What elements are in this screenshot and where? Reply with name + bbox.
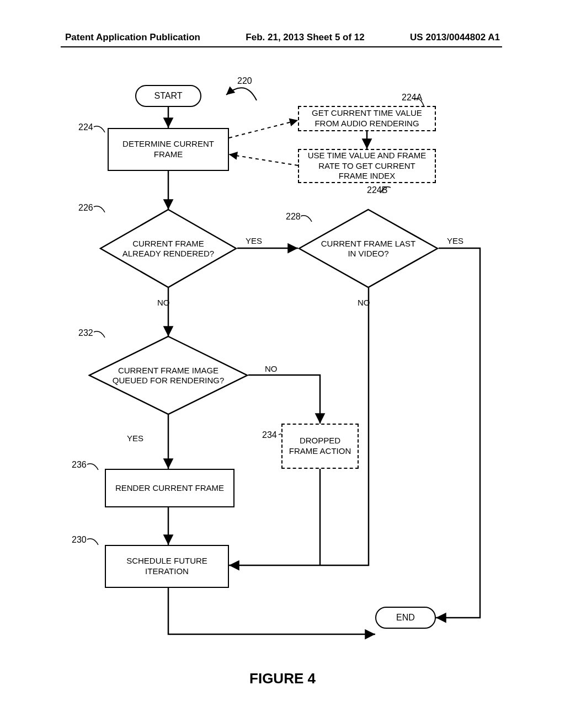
dec232-label: CURRENT FRAME IMAGE QUEUED FOR RENDERING… — [110, 366, 226, 386]
render-frame-process: RENDER CURRENT FRAME — [105, 469, 234, 507]
ref-224A: 224A — [402, 93, 422, 103]
header-center: Feb. 21, 2013 Sheet 5 of 12 — [246, 32, 364, 43]
ref-232: 232 — [78, 328, 93, 338]
get-time-value-label: GET CURRENT TIME VALUE FROM AUDIO RENDER… — [305, 108, 429, 129]
schedule-iteration-label: SCHEDULE FUTURE ITERATION — [111, 556, 222, 577]
page-header: Patent Application Publication Feb. 21, … — [0, 32, 565, 43]
decision-queued-for-rendering: CURRENT FRAME IMAGE QUEUED FOR RENDERING… — [88, 335, 248, 415]
ref-230: 230 — [72, 535, 87, 545]
header-right: US 2013/0044802 A1 — [410, 32, 500, 43]
edge-226-no: NO — [157, 298, 170, 307]
ref-226: 226 — [78, 203, 93, 213]
end-terminator: END — [375, 607, 436, 629]
use-time-value-process: USE TIME VALUE AND FRAME RATE TO GET CUR… — [298, 149, 436, 183]
edge-226-yes: YES — [246, 236, 262, 245]
page: Patent Application Publication Feb. 21, … — [0, 0, 565, 728]
dec226-label: CURRENT FRAME ALREADY RENDERED? — [121, 239, 215, 259]
dropped-frame-label: DROPPED FRAME ACTION — [288, 436, 352, 457]
start-terminator: START — [135, 85, 201, 107]
figure-caption: FIGURE 4 — [0, 670, 565, 687]
header-left: Patent Application Publication — [65, 32, 200, 43]
edge-232-no: NO — [265, 364, 278, 373]
edge-228-yes: YES — [447, 236, 463, 245]
svg-line-2 — [229, 120, 298, 138]
ref-228: 228 — [286, 212, 301, 222]
determine-frame-process: DETERMINE CURRENT FRAME — [108, 128, 229, 171]
decision-already-rendered: CURRENT FRAME ALREADY RENDERED? — [99, 208, 237, 288]
end-label: END — [396, 612, 415, 623]
determine-frame-label: DETERMINE CURRENT FRAME — [114, 139, 222, 160]
edge-232-yes: YES — [127, 433, 143, 443]
ref-236: 236 — [72, 460, 87, 470]
get-time-value-process: GET CURRENT TIME VALUE FROM AUDIO RENDER… — [298, 106, 436, 131]
svg-line-4 — [229, 154, 298, 165]
flowchart: START DETERMINE CURRENT FRAME GET CURREN… — [61, 83, 502, 662]
dropped-frame-process: DROPPED FRAME ACTION — [281, 424, 359, 469]
ref-224B: 224B — [367, 185, 387, 195]
dec228-label: CURRENT FRAME LAST IN VIDEO? — [319, 239, 418, 259]
render-frame-label: RENDER CURRENT FRAME — [115, 483, 224, 494]
decision-last-in-video: CURRENT FRAME LAST IN VIDEO? — [298, 208, 439, 288]
ref-234: 234 — [262, 430, 277, 440]
start-label: START — [154, 90, 183, 101]
edge-228-no: NO — [358, 298, 370, 307]
ref-224: 224 — [78, 122, 93, 132]
schedule-iteration-process: SCHEDULE FUTURE ITERATION — [105, 545, 229, 588]
use-time-value-label: USE TIME VALUE AND FRAME RATE TO GET CUR… — [305, 151, 429, 181]
ref-220: 220 — [237, 76, 252, 86]
header-rule — [61, 46, 502, 47]
